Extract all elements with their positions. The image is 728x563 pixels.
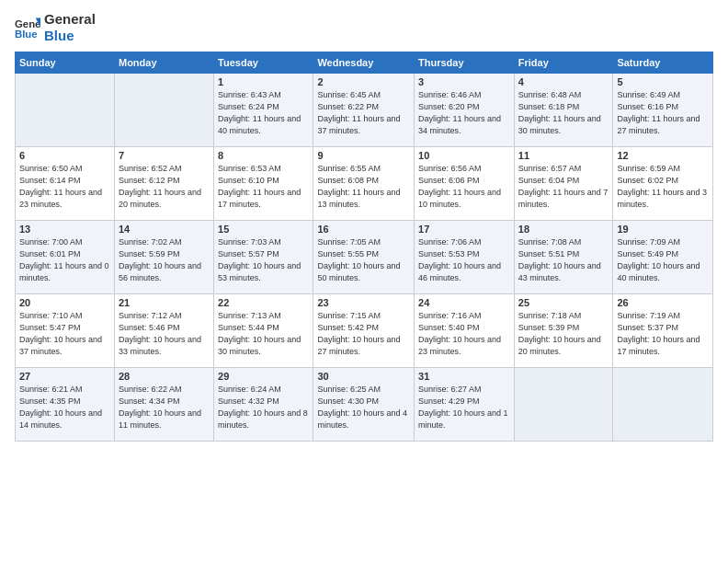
day-number: 23 — [317, 297, 410, 308]
calendar-cell: 28Sunrise: 6:22 AM Sunset: 4:34 PM Dayli… — [114, 368, 213, 442]
day-number: 31 — [418, 371, 510, 382]
weekday-header-tuesday: Tuesday — [214, 52, 313, 74]
calendar-cell: 22Sunrise: 7:13 AM Sunset: 5:44 PM Dayli… — [214, 294, 313, 368]
day-info: Sunrise: 6:57 AM Sunset: 6:04 PM Dayligh… — [518, 163, 609, 211]
day-number: 22 — [218, 297, 309, 308]
calendar-week-5: 27Sunrise: 6:21 AM Sunset: 4:35 PM Dayli… — [16, 368, 713, 442]
day-info: Sunrise: 6:46 AM Sunset: 6:20 PM Dayligh… — [418, 89, 510, 137]
day-info: Sunrise: 7:00 AM Sunset: 6:01 PM Dayligh… — [19, 236, 110, 284]
calendar-cell: 16Sunrise: 7:05 AM Sunset: 5:55 PM Dayli… — [313, 221, 415, 294]
logo-general: General — [44, 11, 96, 28]
day-number: 24 — [418, 297, 510, 308]
day-info: Sunrise: 7:02 AM Sunset: 5:59 PM Dayligh… — [119, 236, 210, 284]
day-number: 12 — [617, 150, 709, 161]
weekday-header-friday: Friday — [514, 52, 613, 74]
day-number: 15 — [218, 224, 309, 235]
svg-text:Blue: Blue — [15, 29, 38, 40]
day-info: Sunrise: 6:43 AM Sunset: 6:24 PM Dayligh… — [218, 89, 309, 137]
calendar-body: 1Sunrise: 6:43 AM Sunset: 6:24 PM Daylig… — [16, 74, 713, 442]
day-info: Sunrise: 6:21 AM Sunset: 4:35 PM Dayligh… — [19, 384, 110, 431]
calendar-cell: 19Sunrise: 7:09 AM Sunset: 5:49 PM Dayli… — [613, 221, 713, 294]
day-info: Sunrise: 7:08 AM Sunset: 5:51 PM Dayligh… — [518, 236, 609, 284]
day-info: Sunrise: 7:03 AM Sunset: 5:57 PM Dayligh… — [218, 236, 309, 284]
day-number: 3 — [418, 76, 510, 87]
day-info: Sunrise: 6:52 AM Sunset: 6:12 PM Dayligh… — [119, 163, 210, 211]
day-info: Sunrise: 7:12 AM Sunset: 5:46 PM Dayligh… — [119, 310, 210, 358]
day-number: 19 — [617, 224, 709, 235]
day-info: Sunrise: 6:22 AM Sunset: 4:34 PM Dayligh… — [119, 384, 210, 431]
day-info: Sunrise: 6:50 AM Sunset: 6:14 PM Dayligh… — [19, 163, 110, 211]
weekday-header-saturday: Saturday — [613, 52, 713, 74]
day-number: 14 — [119, 224, 210, 235]
day-number: 13 — [19, 224, 110, 235]
calendar-header-row: SundayMondayTuesdayWednesdayThursdayFrid… — [16, 52, 713, 74]
day-info: Sunrise: 7:15 AM Sunset: 5:42 PM Dayligh… — [317, 310, 410, 358]
calendar-cell: 25Sunrise: 7:18 AM Sunset: 5:39 PM Dayli… — [514, 294, 613, 368]
day-number: 18 — [518, 224, 609, 235]
day-number: 30 — [317, 371, 410, 382]
day-number: 17 — [418, 224, 510, 235]
day-info: Sunrise: 7:06 AM Sunset: 5:53 PM Dayligh… — [418, 236, 510, 284]
calendar-cell: 30Sunrise: 6:25 AM Sunset: 4:30 PM Dayli… — [313, 368, 415, 442]
calendar-cell — [613, 368, 713, 442]
weekday-header-sunday: Sunday — [16, 52, 115, 74]
calendar-cell: 5Sunrise: 6:49 AM Sunset: 6:16 PM Daylig… — [613, 74, 713, 147]
calendar-cell: 7Sunrise: 6:52 AM Sunset: 6:12 PM Daylig… — [114, 147, 213, 221]
day-info: Sunrise: 6:48 AM Sunset: 6:18 PM Dayligh… — [518, 89, 609, 137]
header: General Blue General Blue — [15, 11, 713, 44]
calendar-cell: 31Sunrise: 6:27 AM Sunset: 4:29 PM Dayli… — [415, 368, 515, 442]
calendar-cell: 23Sunrise: 7:15 AM Sunset: 5:42 PM Dayli… — [313, 294, 415, 368]
day-number: 16 — [317, 224, 410, 235]
calendar-cell — [514, 368, 613, 442]
calendar-cell: 11Sunrise: 6:57 AM Sunset: 6:04 PM Dayli… — [514, 147, 613, 221]
calendar-cell: 18Sunrise: 7:08 AM Sunset: 5:51 PM Dayli… — [514, 221, 613, 294]
calendar-cell: 14Sunrise: 7:02 AM Sunset: 5:59 PM Dayli… — [114, 221, 213, 294]
day-info: Sunrise: 6:25 AM Sunset: 4:30 PM Dayligh… — [317, 384, 410, 431]
calendar-cell: 8Sunrise: 6:53 AM Sunset: 6:10 PM Daylig… — [214, 147, 313, 221]
logo: General Blue General Blue — [15, 11, 96, 44]
day-number: 1 — [218, 76, 309, 87]
day-info: Sunrise: 6:45 AM Sunset: 6:22 PM Dayligh… — [317, 89, 410, 137]
calendar-cell: 1Sunrise: 6:43 AM Sunset: 6:24 PM Daylig… — [214, 74, 313, 147]
day-number: 26 — [617, 297, 709, 308]
calendar-cell — [16, 74, 115, 147]
day-number: 20 — [19, 297, 110, 308]
calendar-week-2: 6Sunrise: 6:50 AM Sunset: 6:14 PM Daylig… — [16, 147, 713, 221]
calendar-cell: 27Sunrise: 6:21 AM Sunset: 4:35 PM Dayli… — [16, 368, 115, 442]
day-info: Sunrise: 6:59 AM Sunset: 6:02 PM Dayligh… — [617, 163, 709, 211]
day-info: Sunrise: 7:18 AM Sunset: 5:39 PM Dayligh… — [518, 310, 609, 358]
calendar-cell: 6Sunrise: 6:50 AM Sunset: 6:14 PM Daylig… — [16, 147, 115, 221]
day-info: Sunrise: 6:53 AM Sunset: 6:10 PM Dayligh… — [218, 163, 309, 211]
weekday-header-wednesday: Wednesday — [313, 52, 415, 74]
day-number: 6 — [19, 150, 110, 161]
day-number: 29 — [218, 371, 309, 382]
logo-blue: Blue — [44, 28, 96, 44]
day-info: Sunrise: 6:24 AM Sunset: 4:32 PM Dayligh… — [218, 384, 309, 431]
calendar-week-3: 13Sunrise: 7:00 AM Sunset: 6:01 PM Dayli… — [16, 221, 713, 294]
calendar-cell: 4Sunrise: 6:48 AM Sunset: 6:18 PM Daylig… — [514, 74, 613, 147]
weekday-header-thursday: Thursday — [415, 52, 515, 74]
calendar-cell: 15Sunrise: 7:03 AM Sunset: 5:57 PM Dayli… — [214, 221, 313, 294]
calendar-week-1: 1Sunrise: 6:43 AM Sunset: 6:24 PM Daylig… — [16, 74, 713, 147]
day-number: 21 — [119, 297, 210, 308]
calendar-cell: 13Sunrise: 7:00 AM Sunset: 6:01 PM Dayli… — [16, 221, 115, 294]
day-number: 28 — [119, 371, 210, 382]
day-info: Sunrise: 7:05 AM Sunset: 5:55 PM Dayligh… — [317, 236, 410, 284]
calendar-cell: 12Sunrise: 6:59 AM Sunset: 6:02 PM Dayli… — [613, 147, 713, 221]
day-info: Sunrise: 6:55 AM Sunset: 6:08 PM Dayligh… — [317, 163, 410, 211]
calendar-cell: 26Sunrise: 7:19 AM Sunset: 5:37 PM Dayli… — [613, 294, 713, 368]
calendar-cell: 3Sunrise: 6:46 AM Sunset: 6:20 PM Daylig… — [415, 74, 515, 147]
calendar-cell: 20Sunrise: 7:10 AM Sunset: 5:47 PM Dayli… — [16, 294, 115, 368]
day-number: 10 — [418, 150, 510, 161]
calendar-cell — [114, 74, 213, 147]
calendar-week-4: 20Sunrise: 7:10 AM Sunset: 5:47 PM Dayli… — [16, 294, 713, 368]
day-info: Sunrise: 7:10 AM Sunset: 5:47 PM Dayligh… — [19, 310, 110, 358]
day-number: 4 — [518, 76, 609, 87]
day-info: Sunrise: 6:49 AM Sunset: 6:16 PM Dayligh… — [617, 89, 709, 137]
day-number: 11 — [518, 150, 609, 161]
calendar-page: General Blue General Blue SundayMondayTu… — [0, 0, 728, 563]
calendar-cell: 2Sunrise: 6:45 AM Sunset: 6:22 PM Daylig… — [313, 74, 415, 147]
day-info: Sunrise: 7:13 AM Sunset: 5:44 PM Dayligh… — [218, 310, 309, 358]
calendar-cell: 29Sunrise: 6:24 AM Sunset: 4:32 PM Dayli… — [214, 368, 313, 442]
calendar-table: SundayMondayTuesdayWednesdayThursdayFrid… — [15, 52, 713, 442]
